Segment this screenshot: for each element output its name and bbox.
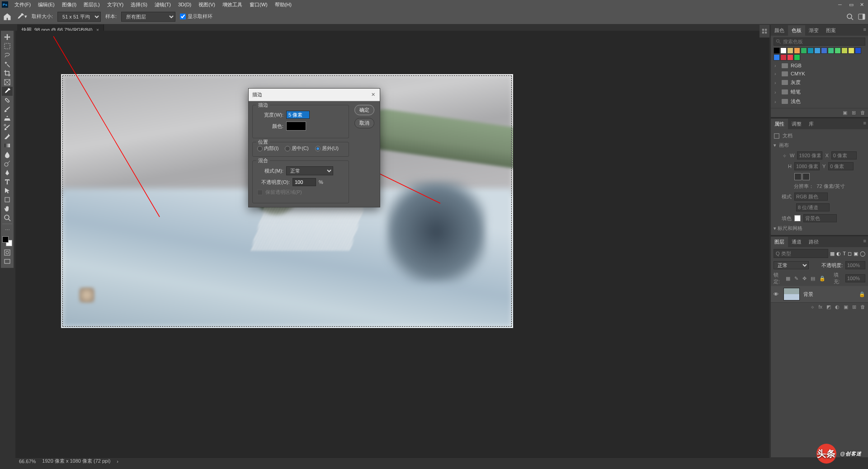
dialog-close-icon[interactable]: ✕ [369,90,377,98]
tab-library[interactable]: 库 [805,119,817,129]
canvas-x-input[interactable] [831,151,857,159]
mask-icon[interactable]: ◩ [826,304,831,310]
new-swatch-icon[interactable]: ⊞ [852,110,856,116]
zoom-level[interactable]: 66.67% [19,459,36,464]
cancel-button[interactable]: 取消 [354,118,374,128]
lock-nest-icon[interactable]: ▤ [811,276,815,281]
show-sampling-ring[interactable]: 显示取样环 [180,13,212,20]
history-brush-tool[interactable] [2,123,13,132]
swatch-folder[interactable]: 灰度 [774,78,865,87]
path-select-tool[interactable] [2,186,13,195]
swatches-search[interactable] [774,38,865,46]
tab-channels[interactable]: 通道 [788,237,805,247]
swatch[interactable] [787,47,793,54]
filter-toggle[interactable]: ◯ [860,251,865,257]
menu-3d[interactable]: 3D(D) [175,1,195,8]
workspace-icon[interactable] [858,13,865,20]
filter-type-icon[interactable]: T [843,251,846,256]
dodge-tool[interactable] [2,159,13,168]
swatch-folder[interactable]: 浅色 [774,97,865,106]
swatch[interactable] [774,47,780,54]
crop-tool[interactable] [2,69,13,78]
tab-gradient[interactable]: 渐变 [805,25,822,36]
width-input[interactable] [286,111,310,119]
dialog-titlebar[interactable]: 描边 ✕ [249,89,380,101]
lasso-tool[interactable] [2,51,13,60]
color-mode-select[interactable] [794,192,828,201]
hand-tool[interactable] [2,204,13,213]
orientation-icons[interactable] [794,173,810,180]
blur-tool[interactable] [2,150,13,159]
search-icon[interactable] [846,13,854,20]
swatch[interactable] [855,47,861,54]
swatch[interactable] [774,54,780,61]
new-layer-icon[interactable]: ⊞ [852,304,856,310]
eraser-tool[interactable] [2,132,13,141]
canvas-width-input[interactable] [797,151,822,159]
menu-image[interactable]: 图像(I) [58,0,80,9]
shape-tool[interactable] [2,195,13,204]
tab-properties[interactable]: 属性 [771,119,788,129]
maximize-icon[interactable]: ▭ [849,2,854,7]
tab-pattern[interactable]: 图案 [822,25,840,36]
layer-fill-input[interactable] [845,274,865,282]
menu-select[interactable]: 选择(S) [127,0,151,9]
lock-pos-icon[interactable]: ✥ [802,276,807,281]
ok-button[interactable]: 确定 [354,105,374,115]
close-icon[interactable]: ✕ [860,2,865,7]
panel-menu-icon[interactable]: ≡ [863,27,866,32]
marquee-tool[interactable] [2,42,13,51]
tab-layers[interactable]: 图层 [771,237,788,247]
opacity-input[interactable] [292,178,316,186]
layer-opacity-input[interactable] [845,261,865,269]
swatch-folder[interactable]: 蜡笔 [774,87,865,97]
group-icon[interactable]: ▣ [844,304,848,310]
swatch[interactable] [801,47,807,54]
filter-image-icon[interactable]: ▦ [830,251,835,257]
menu-file[interactable]: 文件(F) [11,0,34,9]
layer-blend-select[interactable]: 正常 [774,261,809,269]
canvas-height-input[interactable] [794,162,820,170]
swatch[interactable] [841,47,848,54]
panel-menu-icon[interactable]: ≡ [863,120,866,126]
link-layers-icon[interactable]: ⟐ [811,304,814,310]
rulers-section[interactable]: ▾ 标尺和网格 [774,224,865,233]
heal-tool[interactable] [2,96,13,105]
filter-shape-icon[interactable]: ◻ [848,251,852,257]
canvas-section[interactable]: ▾ 画布 [774,141,865,150]
swatch[interactable] [807,47,814,54]
swatch-folder[interactable]: RGB [774,61,865,70]
trash-icon[interactable]: 🗑 [860,110,865,116]
swatch[interactable] [814,47,821,54]
bits-select[interactable] [796,203,830,211]
fx-icon[interactable]: fx [818,304,822,310]
current-tool-eyedropper-icon[interactable]: ▾ [16,12,27,21]
minimize-icon[interactable]: ─ [838,2,844,7]
tab-paths[interactable]: 路径 [805,237,822,247]
sample-size-select[interactable]: 51 x 51 平均 [57,12,101,22]
tab-swatches[interactable]: 色板 [788,25,805,36]
blend-mode-select[interactable]: 正常 [286,166,333,175]
magic-wand-tool[interactable] [2,60,13,69]
adjustment-icon[interactable]: ◐ [835,304,840,310]
lock-trans-icon[interactable]: ▦ [786,276,790,281]
stroke-color-swatch[interactable] [286,122,306,131]
clone-stamp-tool[interactable] [2,114,13,123]
brush-tool[interactable] [2,105,13,114]
menu-layer[interactable]: 图层(L) [80,0,103,9]
move-tool[interactable] [2,33,13,42]
pen-tool[interactable] [2,168,13,177]
tab-adjust[interactable]: 调整 [788,119,805,129]
tab-color[interactable]: 颜色 [771,25,788,36]
pos-center-radio[interactable]: 居中(C) [285,145,308,152]
new-group-icon[interactable]: ▣ [843,110,847,116]
visibility-icon[interactable]: 👁 [774,291,780,297]
pos-inside-radio[interactable]: 内部(I) [257,145,278,152]
foreground-background-colors[interactable] [2,236,12,246]
edit-toolbar-icon[interactable]: ⋯ [2,225,13,234]
sample-select[interactable]: 所有图层 [121,12,175,22]
delete-layer-icon[interactable]: 🗑 [860,304,865,310]
quickmask-icon[interactable] [2,248,13,257]
lock-paint-icon[interactable]: ✎ [794,276,798,281]
canvas-y-input[interactable] [828,162,854,170]
